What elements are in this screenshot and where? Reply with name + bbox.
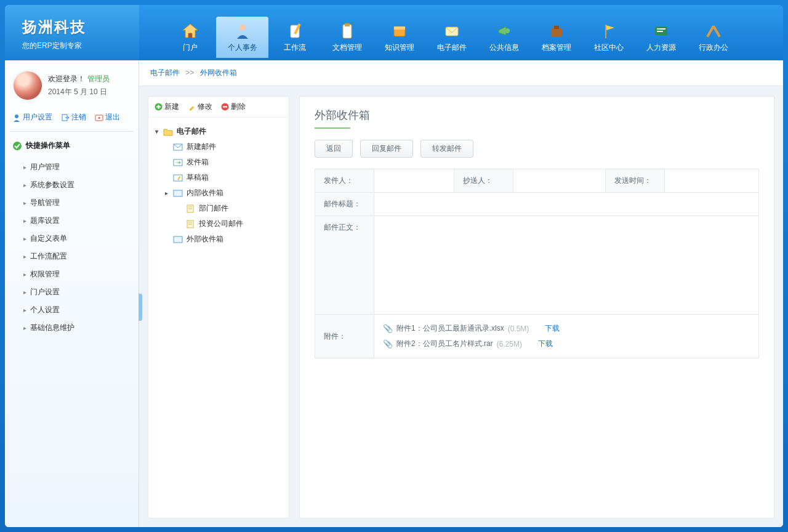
nav-knowledge[interactable]: 知识管理 xyxy=(373,17,425,58)
clipboard-icon xyxy=(321,20,373,41)
user-settings-link[interactable]: 用户设置 xyxy=(12,112,52,123)
crumb-leaf: 外网收件箱 xyxy=(200,68,237,77)
quick-item[interactable]: 权限管理 xyxy=(23,265,134,283)
quick-item[interactable]: 自定义表单 xyxy=(23,230,134,248)
box-icon xyxy=(373,20,425,41)
person-icon xyxy=(216,20,268,41)
home-icon xyxy=(164,20,216,41)
quick-item[interactable]: 导航管理 xyxy=(23,194,134,212)
tree-delete-button[interactable]: 删除 xyxy=(221,102,246,112)
svg-point-19 xyxy=(15,115,18,118)
nav-label: 知识管理 xyxy=(373,42,425,53)
nav-personal[interactable]: 个人事务 xyxy=(216,17,268,58)
nav-label: 公共信息 xyxy=(478,42,530,53)
nav-workflow[interactable]: 工作流 xyxy=(268,17,321,58)
tree-new-mail[interactable]: 新建邮件 xyxy=(152,139,285,155)
body-value xyxy=(374,216,759,315)
quick-item[interactable]: 门户设置 xyxy=(23,283,134,301)
folder-open-icon xyxy=(163,127,173,137)
svg-rect-39 xyxy=(174,236,182,243)
file-size: (6.25M) xyxy=(497,340,522,349)
exit-link[interactable]: 退出 xyxy=(95,112,120,123)
tree-dept-mail[interactable]: 部门邮件 xyxy=(152,201,285,216)
svg-rect-8 xyxy=(394,26,405,30)
attachment-row: 📎 附件2：公司员工名片样式.rar (6.25M) 下载 xyxy=(383,336,750,352)
mail-draft-icon xyxy=(173,173,183,183)
quick-item[interactable]: 个人设置 xyxy=(23,301,134,319)
crumb-root[interactable]: 电子邮件 xyxy=(150,68,180,77)
svg-rect-15 xyxy=(657,28,665,30)
nav-label: 工作流 xyxy=(268,42,321,53)
svg-rect-1 xyxy=(188,33,192,38)
time-label: 发送时间： xyxy=(606,169,665,193)
logout-link[interactable]: 注销 xyxy=(61,112,86,123)
body-label: 邮件正文： xyxy=(315,216,374,315)
nav-label: 人力资源 xyxy=(635,42,687,53)
briefcase-icon xyxy=(530,20,582,41)
tree-invest-mail[interactable]: 投资公司邮件 xyxy=(152,216,285,232)
sidebar: 欢迎登录！管理员 2014年 5 月 10 日 用户设置 注销 退出 快捷操作菜… xyxy=(5,60,139,527)
from-value xyxy=(374,169,454,193)
quick-item[interactable]: 工作流配置 xyxy=(23,248,134,265)
panel-title: 外部收件箱 xyxy=(315,108,759,127)
svg-point-23 xyxy=(13,142,22,150)
mail-detail-panel: 外部收件箱 返回 回复邮件 转发邮件 发件人： 抄送人： 发送时间： xyxy=(299,96,774,518)
logout-icon xyxy=(61,113,70,122)
tree-root[interactable]: ▾电子邮件 xyxy=(152,124,285,139)
attachment-label: 附件： xyxy=(315,315,374,358)
nav-public[interactable]: 公共信息 xyxy=(478,17,530,58)
back-button[interactable]: 返回 xyxy=(315,140,353,158)
nav-admin[interactable]: 行政办公 xyxy=(687,17,739,58)
quick-item[interactable]: 基础信息维护 xyxy=(23,319,134,337)
quick-item[interactable]: 题库设置 xyxy=(23,212,134,230)
nav-archive[interactable]: 档案管理 xyxy=(530,17,582,58)
tree-edit-button[interactable]: 修改 xyxy=(188,102,212,112)
nav-portal[interactable]: 门户 xyxy=(164,17,216,58)
svg-rect-6 xyxy=(345,23,350,26)
tree-external-inbox[interactable]: 外部收件箱 xyxy=(152,232,285,247)
avatar xyxy=(14,71,42,100)
cc-label: 抄送人： xyxy=(454,169,513,193)
megaphone-icon xyxy=(478,20,530,41)
subject-label: 邮件标题： xyxy=(315,193,374,216)
forward-button[interactable]: 转发邮件 xyxy=(420,140,473,158)
download-link[interactable]: 下载 xyxy=(545,323,560,334)
sidebar-collapse-handle[interactable] xyxy=(139,294,142,321)
download-link[interactable]: 下载 xyxy=(538,339,553,349)
app-subtitle: 您的ERP定制专家 xyxy=(22,41,139,51)
inbox-icon xyxy=(173,188,183,198)
title-underline xyxy=(315,127,350,129)
tree-internal-inbox[interactable]: ▸内部收件箱 xyxy=(152,185,285,201)
inbox-ext-icon xyxy=(173,235,183,244)
quick-item[interactable]: 系统参数设置 xyxy=(23,176,134,194)
svg-rect-11 xyxy=(551,28,562,36)
top-nav: 门户 个人事务 工作流 文档管理 知识管理 电子邮件 公共信息 档案管理 xyxy=(139,5,783,60)
check-icon xyxy=(12,141,22,151)
tree-draft[interactable]: 草稿箱 xyxy=(152,170,285,185)
board-icon xyxy=(635,20,687,41)
nav-label: 档案管理 xyxy=(530,42,582,53)
nav-docs[interactable]: 文档管理 xyxy=(321,17,373,58)
from-label: 发件人： xyxy=(315,169,374,193)
file-size: (0.5M) xyxy=(508,324,529,333)
svg-rect-16 xyxy=(657,31,663,32)
mail-tree-panel: 新建 修改 删除 ▾电子邮件 新建邮件 发件箱 草稿箱 ▸内部收件箱 部门邮件 … xyxy=(148,96,289,518)
svg-point-2 xyxy=(239,25,246,31)
svg-rect-30 xyxy=(174,175,182,181)
reply-button[interactable]: 回复邮件 xyxy=(360,140,413,158)
mail-icon xyxy=(425,20,478,41)
nav-community[interactable]: 社区中心 xyxy=(582,17,635,58)
nav-label: 文档管理 xyxy=(321,42,373,53)
minus-icon xyxy=(221,103,229,111)
quick-item[interactable]: 用户管理 xyxy=(23,158,134,176)
flag-icon xyxy=(582,20,635,41)
tree-outbox[interactable]: 发件箱 xyxy=(152,155,285,170)
nav-email[interactable]: 电子邮件 xyxy=(425,17,478,58)
tree-new-button[interactable]: 新建 xyxy=(155,102,179,112)
quick-menu-header: 快捷操作菜单 xyxy=(10,132,134,156)
nav-hr[interactable]: 人力资源 xyxy=(635,17,687,58)
pencil-small-icon xyxy=(188,103,196,111)
tools-icon xyxy=(687,20,739,41)
cc-value xyxy=(513,169,606,193)
doc-icon xyxy=(185,219,195,229)
